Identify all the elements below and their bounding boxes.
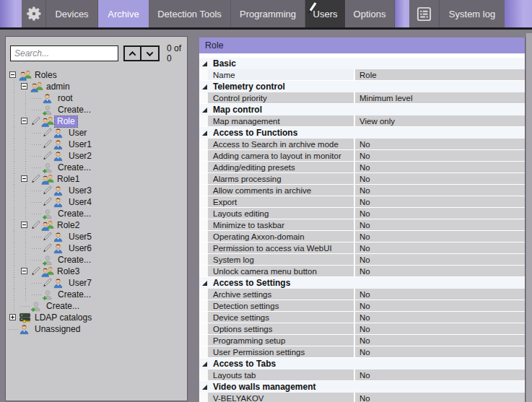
section-expander-icon[interactable] <box>202 108 207 113</box>
collapse-minus-icon[interactable] <box>9 71 16 78</box>
property-value[interactable]: No <box>355 150 525 161</box>
tree-expander[interactable] <box>9 312 19 323</box>
property-value[interactable]: No <box>355 139 525 149</box>
property-value[interactable]: No <box>355 323 525 334</box>
property-section-access-to-functions[interactable]: Access to Functions <box>199 127 525 139</box>
tree-item-root[interactable]: root <box>9 92 187 104</box>
tree-item-create[interactable]: Create... <box>9 162 187 173</box>
property-section-access-to-settings[interactable]: Access to Settings <box>199 277 525 289</box>
find-previous-button[interactable] <box>123 45 141 61</box>
tree-item-user6[interactable]: User6 <box>9 242 187 254</box>
tree-item-user5[interactable]: User5 <box>9 231 187 242</box>
collapse-minus-icon[interactable] <box>21 222 27 228</box>
property-value[interactable]: No <box>355 266 525 276</box>
tree-item-role3[interactable]: Role3 <box>9 266 187 277</box>
tree-item-create[interactable]: Create... <box>9 104 187 115</box>
role-properties-panel: Role BasicNameRoleTelemetry controlContr… <box>199 38 526 402</box>
property-value[interactable]: Minimum level <box>355 92 525 103</box>
section-expander-icon[interactable] <box>202 131 207 136</box>
settings-gear-button[interactable] <box>22 0 46 27</box>
section-expander-icon[interactable] <box>202 362 207 367</box>
property-section-video-walls-management[interactable]: Video walls management <box>199 381 525 393</box>
tree-expander[interactable] <box>20 173 30 185</box>
tree-item-admin[interactable]: admin <box>9 81 187 92</box>
tree-connector <box>32 104 42 115</box>
property-value[interactable]: No <box>355 300 525 311</box>
property-value[interactable]: No <box>355 208 525 219</box>
property-value[interactable]: No <box>355 196 525 207</box>
tree-item-create[interactable]: Create... <box>9 254 187 266</box>
find-next-button[interactable] <box>141 45 160 61</box>
section-expander-icon[interactable] <box>202 385 207 390</box>
property-value[interactable]: No <box>355 162 525 172</box>
tree-item-user7[interactable]: User7 <box>9 277 187 289</box>
section-expander-icon[interactable] <box>202 61 207 66</box>
tree-guide-line <box>20 254 32 266</box>
collapse-minus-icon[interactable] <box>21 83 27 89</box>
tree-item-roles[interactable]: Roles <box>9 69 187 81</box>
tab-programming[interactable]: Programming <box>231 0 305 27</box>
property-value[interactable]: Role <box>355 69 525 80</box>
tree-item-user2[interactable]: User2 <box>9 150 187 162</box>
tree-item-ldap-catalogs[interactable]: LDAP catalogs <box>9 312 187 323</box>
tab-users[interactable]: Users <box>305 0 345 27</box>
tree-item-role[interactable]: Role <box>9 115 187 127</box>
property-label: Adding camera to layout in monitor <box>208 150 354 161</box>
property-row-name: NameRole <box>199 69 525 81</box>
property-value[interactable]: No <box>355 335 525 346</box>
property-section-map-control[interactable]: Map control <box>199 104 525 115</box>
system-log-label[interactable]: System log <box>440 0 505 27</box>
property-value[interactable]: View only <box>355 115 525 126</box>
property-section-basic[interactable]: Basic <box>199 58 525 69</box>
tab-detection-tools[interactable]: Detection Tools <box>149 0 231 27</box>
pencil-edited-icon <box>42 243 53 253</box>
property-value[interactable]: No <box>355 231 525 242</box>
tree-item-create[interactable]: Create... <box>9 208 187 219</box>
property-value[interactable]: No <box>355 289 525 300</box>
property-value[interactable]: No <box>355 254 525 265</box>
tab-options[interactable]: Options <box>345 0 395 27</box>
property-value[interactable]: No <box>355 219 525 230</box>
tree-item-user[interactable]: User <box>9 127 187 139</box>
tree-item-user1[interactable]: User1 <box>9 139 187 150</box>
tree-expander[interactable] <box>20 115 30 127</box>
tree-guide-line <box>9 219 20 231</box>
property-label: Adding/editing presets <box>208 162 354 172</box>
system-log-button[interactable] <box>409 0 440 27</box>
tree-expander[interactable] <box>20 266 30 277</box>
property-label: Detection settings <box>208 300 354 311</box>
property-value[interactable]: No <box>355 312 525 323</box>
property-value[interactable]: No <box>355 346 525 357</box>
tree-item-role2[interactable]: Role2 <box>9 219 187 231</box>
tab-archive[interactable]: Archive <box>98 0 149 27</box>
tree-item-user3[interactable]: User3 <box>9 185 187 196</box>
tree-item-user4[interactable]: User4 <box>9 196 187 208</box>
person-add-icon <box>42 255 56 266</box>
property-value[interactable]: No <box>355 173 525 184</box>
collapse-minus-icon[interactable] <box>21 175 27 182</box>
collapse-minus-icon[interactable] <box>21 118 27 124</box>
tree-item-label: Create... <box>44 301 82 312</box>
tree-item-label: User2 <box>66 151 94 162</box>
section-expander-icon[interactable] <box>202 281 207 286</box>
section-expander-icon[interactable] <box>202 84 207 89</box>
tree-expander[interactable] <box>9 69 19 81</box>
property-section-telemetry-control[interactable]: Telemetry control <box>199 81 525 92</box>
tree-item-create[interactable]: Create... <box>9 289 187 300</box>
tab-devices[interactable]: Devices <box>46 0 98 27</box>
tree-item-create[interactable]: Create... <box>9 300 187 312</box>
expand-plus-icon[interactable] <box>9 314 16 320</box>
property-value[interactable]: No <box>355 242 525 253</box>
search-input[interactable] <box>10 45 118 61</box>
property-section-access-to-tabs[interactable]: Access to Tabs <box>199 358 525 370</box>
tree-item-unassigned[interactable]: Unassigned <box>9 323 187 335</box>
property-value[interactable]: No <box>355 185 525 196</box>
property-value[interactable]: No <box>355 370 525 380</box>
section-title: Video walls management <box>213 382 316 392</box>
property-value[interactable]: No <box>355 393 525 402</box>
tree-item-role1[interactable]: Role1 <box>9 173 187 185</box>
collapse-minus-icon[interactable] <box>21 268 27 274</box>
tree-guide-line <box>9 208 20 219</box>
tree-expander[interactable] <box>20 81 30 92</box>
tree-expander[interactable] <box>20 219 30 231</box>
